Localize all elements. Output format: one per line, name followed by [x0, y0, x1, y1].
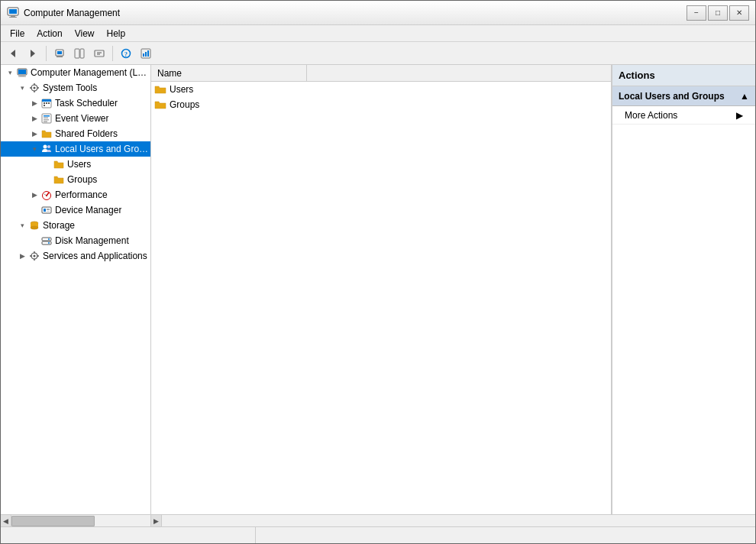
tree-services-apps[interactable]: ▶ Services and Applications [1, 248, 150, 264]
scroll-left-btn[interactable]: ◀ [1, 515, 11, 526]
tree-system-tools[interactable]: ▾ System Tools [1, 80, 150, 96]
svg-rect-17 [143, 53, 144, 57]
main-area: ▾ Computer Management (Local ▾ [1, 65, 755, 514]
event-viewer-label: Event Viewer [55, 113, 108, 124]
tree-panel: ▾ Computer Management (Local ▾ [1, 65, 151, 514]
toolbar-sep-2 [112, 46, 113, 61]
minimize-button[interactable]: − [687, 5, 706, 21]
svg-rect-35 [44, 105, 45, 106]
status-section-2 [256, 527, 752, 543]
tree-disk-management[interactable]: ▶ Disk Management [1, 233, 150, 248]
storage-expand[interactable]: ▾ [16, 219, 28, 232]
performance-expand[interactable]: ▶ [28, 189, 40, 201]
groups-folder-content-icon [154, 99, 166, 111]
menu-help[interactable]: Help [101, 25, 132, 41]
content-row-groups[interactable]: Groups [151, 97, 611, 112]
services-apps-label: Services and Applications [43, 251, 147, 261]
toolbar-forward[interactable] [24, 44, 42, 63]
window-icon [7, 7, 19, 19]
svg-rect-27 [34, 91, 34, 93]
svg-rect-29 [37, 87, 40, 88]
svg-rect-3 [9, 17, 17, 18]
svg-marker-4 [11, 50, 15, 57]
svg-rect-26 [34, 83, 34, 86]
actions-section-local-users[interactable]: Local Users and Groups ▲ [612, 86, 755, 106]
maximize-button[interactable]: □ [708, 5, 728, 21]
status-section-1 [4, 527, 256, 543]
menu-view[interactable]: View [69, 25, 101, 41]
performance-label: Performance [55, 189, 108, 200]
toolbar-back[interactable] [4, 44, 22, 63]
content-header: Name [151, 65, 611, 82]
svg-text:?: ? [124, 50, 128, 57]
close-button[interactable]: ✕ [729, 5, 749, 21]
title-bar: Computer Management − □ ✕ [1, 1, 755, 25]
toolbar-properties[interactable] [90, 44, 108, 63]
main-window: Computer Management − □ ✕ File Action Vi… [0, 0, 756, 544]
tree-groups[interactable]: ▶ Groups [1, 172, 150, 187]
h-scrollbar-track[interactable] [11, 515, 151, 526]
svg-rect-10 [80, 49, 84, 58]
toolbar-show-hide[interactable] [70, 44, 89, 63]
window-title: Computer Management [24, 8, 687, 18]
svg-rect-38 [44, 118, 48, 119]
services-expand[interactable]: ▶ [16, 250, 28, 262]
toolbar-up[interactable] [50, 44, 69, 63]
svg-rect-55 [48, 238, 50, 240]
tree-shared-folders[interactable]: ▶ Shared Folders [1, 126, 150, 141]
svg-rect-63 [37, 255, 40, 256]
disk-management-icon [40, 235, 53, 247]
groups-row-label: Groups [170, 99, 199, 110]
system-tools-expand[interactable]: ▾ [16, 82, 28, 94]
svg-rect-49 [47, 209, 50, 210]
system-tools-icon [28, 82, 40, 94]
svg-point-25 [34, 87, 36, 89]
tree-performance[interactable]: ▶ Performance [1, 187, 150, 202]
shared-folders-expand[interactable]: ▶ [28, 128, 40, 140]
h-scrollbar-thumb[interactable] [11, 516, 95, 526]
svg-point-53 [31, 226, 38, 229]
menu-action[interactable]: Action [31, 25, 68, 41]
more-actions-label: More Actions [625, 110, 677, 121]
tree-task-scheduler[interactable]: ▶ Task Scheduler [1, 96, 150, 111]
tree-users[interactable]: ▶ Users [1, 157, 150, 172]
status-spacer [162, 515, 755, 526]
toolbar-chart[interactable] [137, 44, 155, 63]
content-row-users[interactable]: Users [151, 82, 611, 97]
svg-rect-48 [44, 209, 46, 212]
svg-rect-2 [11, 15, 15, 17]
disk-management-label: Disk Management [55, 235, 129, 246]
tree-storage[interactable]: ▾ Storage [1, 218, 150, 233]
tree-root[interactable]: ▾ Computer Management (Local [1, 65, 150, 80]
actions-more-actions[interactable]: More Actions ▶ [612, 106, 755, 125]
svg-rect-11 [95, 50, 104, 57]
name-column-header[interactable]: Name [154, 65, 307, 81]
users-row-label: Users [170, 84, 193, 95]
toolbar-help[interactable]: ? [117, 44, 135, 63]
svg-rect-28 [30, 87, 32, 88]
svg-rect-50 [47, 211, 50, 212]
groups-folder-icon [53, 173, 65, 186]
toolbar-sep-1 [46, 46, 47, 61]
svg-rect-37 [44, 115, 50, 117]
svg-rect-9 [75, 49, 79, 58]
tree-device-manager[interactable]: ▶ Device Manager [1, 202, 150, 218]
shared-folders-icon [40, 128, 53, 140]
root-expand-icon[interactable]: ▾ [4, 66, 16, 79]
storage-icon [28, 219, 40, 232]
task-scheduler-expand[interactable]: ▶ [28, 97, 40, 109]
bottom-scroll-area: ◀ ▶ [1, 514, 755, 526]
tree-local-users-groups[interactable]: ▾ Local Users and Groups [1, 141, 150, 157]
menu-file[interactable]: File [4, 25, 31, 41]
services-icon [28, 250, 40, 262]
event-viewer-expand[interactable]: ▶ [28, 112, 40, 125]
local-users-groups-label: Local Users and Groups [55, 144, 150, 154]
tree-event-viewer[interactable]: ▶ Event Viewer [1, 111, 150, 126]
system-tools-label: System Tools [43, 83, 97, 93]
scroll-right-btn[interactable]: ▶ [151, 515, 162, 526]
svg-point-46 [46, 195, 47, 196]
computer-icon [16, 66, 28, 79]
shared-folders-label: Shared Folders [55, 128, 118, 139]
svg-point-59 [34, 255, 36, 257]
local-users-expand[interactable]: ▾ [28, 143, 40, 155]
